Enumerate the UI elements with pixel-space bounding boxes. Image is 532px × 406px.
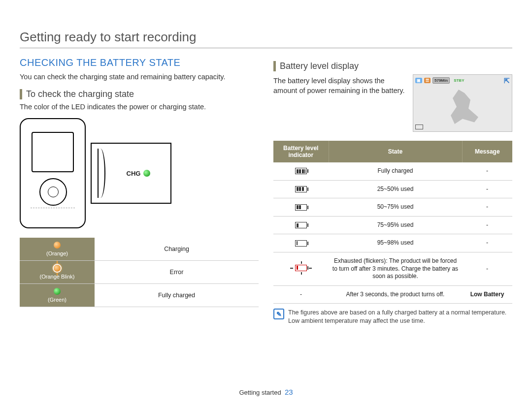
led-green-meaning: Fully charged <box>95 284 259 307</box>
batt-message-cell: - <box>462 234 512 252</box>
battery-level-icon <box>295 168 307 174</box>
batt-indicator-cell: - <box>273 285 329 304</box>
note-block: ✎ The figures above are based on a fully… <box>273 309 512 325</box>
camera-outline <box>20 118 86 228</box>
charging-state-text: The color of the LED indicates the power… <box>20 102 259 112</box>
lcd-battery-icon <box>415 125 423 129</box>
batt-header-message: Message <box>462 141 512 162</box>
led-orange-label: (Orange) <box>46 250 68 256</box>
led-green-label: (Green) <box>48 297 66 303</box>
battery-level-icon <box>295 240 307 247</box>
section-heading: CHECKING THE BATTERY STATE <box>20 57 259 68</box>
battery-level-table: Battery level indicator State Message Fu… <box>273 141 512 304</box>
chg-led-icon <box>143 170 150 177</box>
lcd-preview: ▣ ☰ 579Min STBY ⇱ <box>413 74 512 132</box>
batt-message-cell: - <box>462 162 512 180</box>
batt-indicator-cell <box>273 216 329 234</box>
note-text: The figures above are based on a fully c… <box>288 309 512 325</box>
batt-indicator-cell <box>273 198 329 217</box>
batt-message-cell: Low Battery <box>462 285 512 304</box>
battery-level-icon <box>295 222 307 228</box>
batt-indicator-cell <box>273 162 329 180</box>
page-footer: Getting started 23 <box>20 379 512 396</box>
lcd-chip-orange: ☰ <box>424 78 431 83</box>
batt-message-cell: - <box>462 198 512 217</box>
batt-header-state: State <box>329 141 462 162</box>
batt-message-cell: - <box>462 180 512 198</box>
chg-callout: CHG <box>91 143 171 204</box>
battery-flicker-icon <box>295 265 307 271</box>
batt-indicator-cell <box>273 234 329 252</box>
chg-label: CHG <box>127 170 141 177</box>
batt-state-cell: 75~95% used <box>329 216 462 234</box>
batt-state-cell: Fully charged <box>329 162 462 180</box>
led-orange-blink-meaning: Error <box>95 261 259 284</box>
battery-level-icon <box>295 186 307 192</box>
led-green-icon <box>54 288 61 295</box>
title-divider <box>20 48 512 48</box>
note-icon: ✎ <box>273 309 284 319</box>
lcd-chip-blue: ▣ <box>415 78 422 83</box>
batt-message-cell: - <box>462 252 512 285</box>
battery-display-text: The battery level display shows the amou… <box>273 76 406 95</box>
footer-section-label: Getting started <box>239 389 281 396</box>
batt-header-indicator: Battery level indicator <box>273 141 329 162</box>
led-state-table: (Orange) Charging (Orange Blink) Error <box>20 238 259 307</box>
batt-state-cell: 25~50% used <box>329 180 462 198</box>
batt-state-cell: 50~75% used <box>329 198 462 217</box>
led-orange-meaning: Charging <box>95 238 259 261</box>
batt-state-cell: Exhausted (flickers): The product will b… <box>329 252 462 285</box>
intro-text: You can check the charging state and rem… <box>20 72 259 82</box>
subheading-charging-state: To check the charging state <box>20 89 259 99</box>
batt-state-cell: After 3 seconds, the product turns off. <box>329 285 462 304</box>
page-number: 23 <box>285 388 293 396</box>
subheading-battery-display: Battery level display <box>273 61 512 71</box>
batt-indicator-cell <box>273 180 329 198</box>
page-title: Getting ready to start recording <box>20 30 512 45</box>
skater-silhouette-icon <box>443 90 482 124</box>
camera-diagram: CHG <box>20 117 259 230</box>
led-orange-icon <box>54 242 61 249</box>
lcd-time-chip: 579Min <box>432 77 450 84</box>
expand-arrow-icon: ⇱ <box>504 77 510 85</box>
lcd-stby-label: STBY <box>454 78 464 83</box>
battery-level-icon <box>295 204 307 211</box>
led-orange-blink-icon <box>54 265 61 272</box>
batt-message-cell: - <box>462 216 512 234</box>
batt-state-cell: 95~98% used <box>329 234 462 252</box>
batt-indicator-cell <box>273 252 329 285</box>
